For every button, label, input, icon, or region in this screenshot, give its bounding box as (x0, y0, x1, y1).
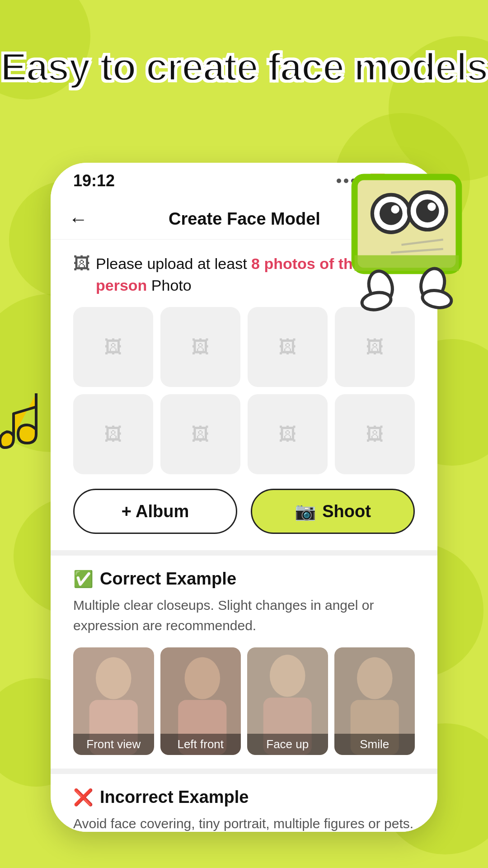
svg-point-16 (96, 657, 131, 699)
page-header: Easy to create face models (0, 45, 488, 89)
svg-point-25 (357, 657, 392, 699)
correct-photo-4: Smile (334, 647, 415, 755)
mascot-character (339, 172, 474, 330)
correct-example-desc: Multiple clear closeups. Slight changes … (73, 595, 415, 636)
photo-slot-3[interactable]: 🖼 (248, 307, 328, 387)
correct-photo-1: Front view (73, 647, 154, 755)
photo-slot-2[interactable]: 🖼 (160, 307, 240, 387)
correct-heading-text: Correct Example (100, 569, 236, 589)
photo-slot-icon-2: 🖼 (192, 337, 210, 357)
back-button[interactable]: ← (69, 208, 88, 230)
svg-point-19 (184, 657, 220, 699)
photo-slot-1[interactable]: 🖼 (73, 307, 153, 387)
correct-photo-label-4: Smile (334, 734, 415, 755)
svg-point-13 (361, 290, 392, 312)
incorrect-example-heading: ❌ Incorrect Example (73, 788, 415, 807)
upload-text-prefix: Please upload at least (96, 255, 251, 272)
svg-rect-10 (355, 255, 459, 271)
photo-slot-7[interactable]: 🖼 (248, 394, 328, 474)
upload-icon: 🖼 (73, 254, 90, 274)
incorrect-icon: ❌ (73, 788, 94, 807)
photo-slot-5[interactable]: 🖼 (73, 394, 153, 474)
correct-photo-3: Face up (247, 647, 328, 755)
svg-point-8 (416, 199, 439, 222)
photo-grid: 🖼 🖼 🖼 🖼 🖼 🖼 🖼 🖼 (73, 307, 415, 474)
correct-photo-label-3: Face up (247, 734, 328, 755)
incorrect-example-desc: Avoid face covering, tiny portrait, mult… (73, 813, 415, 832)
section-divider-2 (51, 769, 437, 774)
photo-slot-icon-7: 🖼 (279, 424, 297, 444)
photo-slot-8[interactable]: 🖼 (335, 394, 415, 474)
correct-photo-label-1: Front view (73, 734, 154, 755)
shoot-button[interactable]: 📷 Shoot (251, 489, 415, 534)
correct-icon: ✅ (73, 570, 94, 589)
shoot-label: Shoot (322, 502, 371, 521)
photo-slot-icon-6: 🖼 (192, 424, 210, 444)
incorrect-heading-text: Incorrect Example (100, 788, 249, 807)
status-time: 19:12 (73, 171, 115, 190)
photo-slot-icon-3: 🖼 (279, 337, 297, 357)
svg-point-9 (427, 203, 436, 211)
svg-point-14 (421, 288, 453, 310)
photo-slot-6[interactable]: 🖼 (160, 394, 240, 474)
incorrect-section: ❌ Incorrect Example Avoid face covering,… (73, 788, 415, 832)
upload-text-suffix: Photo (147, 277, 191, 294)
album-button[interactable]: + Album (73, 489, 237, 534)
svg-point-22 (270, 655, 305, 697)
photo-slot-icon-1: 🖼 (104, 337, 122, 357)
left-decoration (0, 389, 54, 463)
page-title: Easy to create face models (0, 45, 488, 89)
section-divider-1 (51, 550, 437, 556)
svg-point-5 (380, 202, 403, 225)
photo-slot-icon-8: 🖼 (366, 424, 384, 444)
svg-point-6 (391, 205, 399, 213)
correct-example-photos: Front view Left front (73, 647, 415, 755)
correct-example-heading: ✅ Correct Example (73, 569, 415, 589)
action-buttons: + Album 📷 Shoot (73, 489, 415, 534)
camera-icon: 📷 (295, 501, 316, 521)
correct-photo-2: Left front (160, 647, 241, 755)
photo-slot-icon-5: 🖼 (104, 424, 122, 444)
correct-photo-label-2: Left front (160, 734, 241, 755)
photo-slot-icon-4: 🖼 (366, 337, 384, 357)
